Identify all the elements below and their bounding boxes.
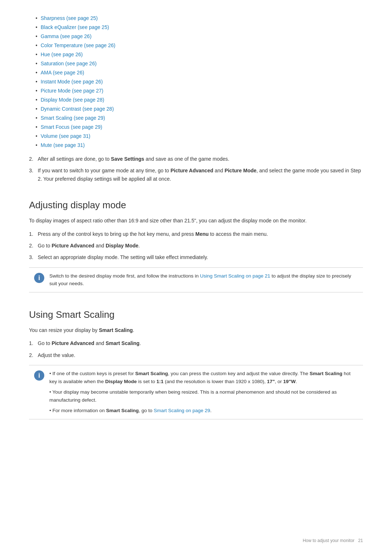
footer-page: 21 <box>358 538 363 543</box>
color-temp-link[interactable]: Color Temperature (see page 26) <box>41 42 115 48</box>
list-item: 3. If you want to switch to your game mo… <box>29 167 363 183</box>
picture-mode-link[interactable]: Picture Mode (see page 27) <box>41 88 103 94</box>
smart-scaling-steps-list: 1. Go to Picture Advanced and Smart Scal… <box>29 339 363 359</box>
sharpness-link[interactable]: Sharpness (see page 25) <box>41 15 98 21</box>
list-item: Sharpness (see page 25) <box>36 15 363 22</box>
list-item: Dynamic Contrast (see page 28) <box>36 105 363 113</box>
list-item: 1. Go to Picture Advanced and Smart Scal… <box>29 339 363 347</box>
note-icon: i <box>33 272 45 284</box>
note-icon-2: i <box>33 370 45 381</box>
smart-scaling-note-box: i • If one of the custom keys is preset … <box>29 365 363 419</box>
smart-scaling-note-3: • For more information on Smart Scaling,… <box>49 407 357 415</box>
dynamic-contrast-link[interactable]: Dynamic Contrast (see page 28) <box>41 106 114 112</box>
black-equalizer-link[interactable]: Black eQualizer (see page 25) <box>41 24 109 30</box>
list-item: 2. After all settings are done, go to Sa… <box>29 155 363 163</box>
list-item: 1. Press any of the control keys to brin… <box>29 230 363 238</box>
svg-text:i: i <box>38 274 40 282</box>
adjusting-steps-list: 1. Press any of the control keys to brin… <box>29 230 363 262</box>
steps-list-1: 2. After all settings are done, go to Sa… <box>29 155 363 183</box>
list-item: Smart Focus (see page 29) <box>36 123 363 131</box>
list-item: 3. Select an appropriate display mode. T… <box>29 253 363 261</box>
list-item: Hue (see page 26) <box>36 51 363 58</box>
smart-scaling-note-2: • Your display may become unstable tempo… <box>49 388 357 404</box>
volume-link[interactable]: Volume (see page 31) <box>41 133 90 139</box>
list-item: Instant Mode (see page 26) <box>36 78 363 86</box>
using-smart-scaling-intro: You can resize your display by Smart Sca… <box>29 326 363 334</box>
display-mode-link[interactable]: Display Mode (see page 28) <box>41 97 104 103</box>
hue-link[interactable]: Hue (see page 26) <box>41 52 83 57</box>
mute-link[interactable]: Mute (see page 31) <box>41 142 85 148</box>
adjusting-display-mode-heading: Adjusting display mode <box>29 196 363 211</box>
footer-text: How to adjust your monitor <box>303 538 355 543</box>
list-item: Gamma (see page 26) <box>36 33 363 40</box>
svg-text:i: i <box>38 372 40 379</box>
adjusting-display-mode-intro: To display images of aspect ratio other … <box>29 217 363 225</box>
instant-mode-link[interactable]: Instant Mode (see page 26) <box>41 79 103 85</box>
ama-link[interactable]: AMA (see page 26) <box>41 70 84 75</box>
list-item: Smart Scaling (see page 29) <box>36 114 363 122</box>
list-item: Saturation (see page 26) <box>36 60 363 67</box>
list-item: Display Mode (see page 28) <box>36 96 363 104</box>
smart-scaling-page-link[interactable]: Smart Scaling on page 29 <box>154 408 210 413</box>
using-smart-scaling-heading: Using Smart Scaling <box>29 305 363 320</box>
smart-scaling-link[interactable]: Smart Scaling (see page 29) <box>41 115 105 121</box>
smart-scaling-note-1: • If one of the custom keys is preset fo… <box>49 370 357 385</box>
list-item: Color Temperature (see page 26) <box>36 42 363 49</box>
using-smart-scaling-link[interactable]: Using Smart Scaling on page 21 <box>200 273 270 279</box>
page-content: Sharpness (see page 25) Black eQualizer … <box>29 15 363 419</box>
adjusting-note-text: Switch to the desired display mode first… <box>49 272 357 288</box>
list-item: 2. Go to Picture Advanced and Display Mo… <box>29 242 363 250</box>
list-item: Picture Mode (see page 27) <box>36 87 363 95</box>
list-item: Black eQualizer (see page 25) <box>36 24 363 31</box>
gamma-link[interactable]: Gamma (see page 26) <box>41 33 91 39</box>
adjusting-note-box: i Switch to the desired display mode fir… <box>29 267 363 292</box>
saturation-link[interactable]: Saturation (see page 26) <box>41 61 97 66</box>
list-item: Volume (see page 31) <box>36 132 363 140</box>
list-item: AMA (see page 26) <box>36 69 363 77</box>
toc-list: Sharpness (see page 25) Black eQualizer … <box>29 15 363 149</box>
list-item: Mute (see page 31) <box>36 141 363 149</box>
list-item: 2. Adjust the value. <box>29 351 363 359</box>
page-footer: How to adjust your monitor 21 <box>303 538 363 543</box>
smart-focus-link[interactable]: Smart Focus (see page 29) <box>41 124 102 130</box>
